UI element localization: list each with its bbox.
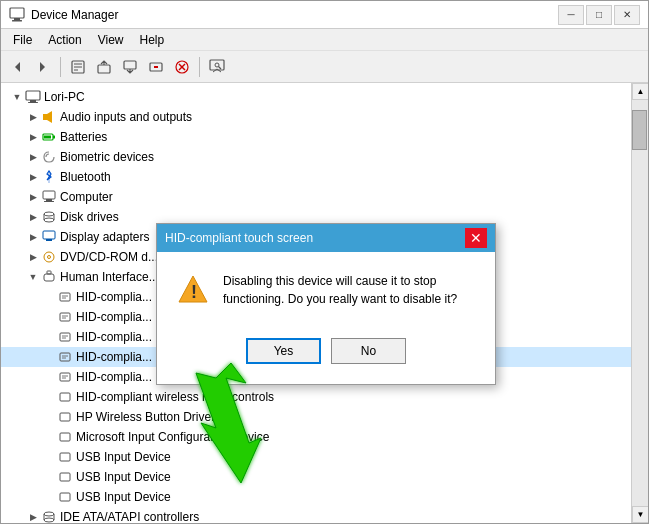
svg-rect-58 (60, 473, 70, 481)
tree-computer[interactable]: ▶ Computer (1, 187, 631, 207)
title-bar-buttons: ─ □ ✕ (558, 5, 640, 25)
hid-5-arrow (41, 369, 57, 385)
biometric-arrow[interactable]: ▶ (25, 149, 41, 165)
dvd-arrow[interactable]: ▶ (25, 249, 41, 265)
disk-icon (41, 209, 57, 225)
hid-root-label: Human Interface... (60, 270, 159, 284)
svg-rect-28 (44, 201, 54, 202)
menu-help[interactable]: Help (132, 31, 173, 49)
hid-2-arrow (41, 309, 57, 325)
hid-1-label: HID-complia... (76, 290, 152, 304)
tree-hp-wireless[interactable]: HP Wireless Button Driver (1, 407, 631, 427)
toolbar-back[interactable] (5, 55, 29, 79)
warning-icon: ! (177, 274, 209, 306)
menu-action[interactable]: Action (40, 31, 89, 49)
toolbar-scan[interactable] (205, 55, 229, 79)
tree-audio[interactable]: ▶ Audio inputs and outputs (1, 107, 631, 127)
root-label: Lori-PC (44, 90, 85, 104)
dvd-icon (41, 249, 57, 265)
svg-marker-21 (47, 111, 52, 123)
batteries-label: Batteries (60, 130, 107, 144)
svg-rect-2 (12, 20, 22, 22)
hid-4-icon (57, 349, 73, 365)
batteries-arrow[interactable]: ▶ (25, 129, 41, 145)
toolbar-sep-1 (60, 57, 61, 77)
toolbar-uninstall[interactable] (170, 55, 194, 79)
content-area: ▼ Lori-PC ▶ Audio inputs and outputs (1, 83, 648, 523)
display-icon (41, 229, 57, 245)
tree-microsoft-input[interactable]: Microsoft Input Configuration Device (1, 427, 631, 447)
tree-usb-2[interactable]: USB Input Device (1, 467, 631, 487)
svg-rect-27 (46, 199, 52, 201)
scrollbar[interactable]: ▲ ▼ (631, 83, 648, 523)
svg-point-30 (44, 212, 54, 216)
yes-button[interactable]: Yes (246, 338, 321, 364)
toolbar-properties[interactable] (66, 55, 90, 79)
usb-1-icon (57, 449, 73, 465)
tree-bluetooth[interactable]: ▶ Bluetooth (1, 167, 631, 187)
modal-title: HID-compliant touch screen (165, 231, 313, 245)
usb-2-icon (57, 469, 73, 485)
menu-view[interactable]: View (90, 31, 132, 49)
usb-1-label: USB Input Device (76, 450, 171, 464)
tree-hid-wireless[interactable]: HID-compliant wireless radio controls (1, 387, 631, 407)
maximize-button[interactable]: □ (586, 5, 612, 25)
modal-dialog: HID-compliant touch screen ✕ ! Disabling… (156, 223, 496, 385)
menu-file[interactable]: File (5, 31, 40, 49)
title-bar: Device Manager ─ □ ✕ (1, 1, 648, 29)
window-title: Device Manager (31, 8, 118, 22)
minimize-button[interactable]: ─ (558, 5, 584, 25)
ide-arrow[interactable]: ▶ (25, 509, 41, 523)
toolbar-rollback[interactable] (118, 55, 142, 79)
tree-root[interactable]: ▼ Lori-PC (1, 87, 631, 107)
computer-arrow[interactable]: ▶ (25, 189, 41, 205)
svg-rect-24 (53, 136, 55, 139)
scroll-track[interactable] (632, 100, 648, 506)
scroll-thumb[interactable] (632, 110, 647, 150)
modal-close-button[interactable]: ✕ (465, 228, 487, 248)
toolbar-forward[interactable] (31, 55, 55, 79)
scroll-up[interactable]: ▲ (632, 83, 648, 100)
tree-ide[interactable]: ▶ IDE ATA/ATAPI controllers (1, 507, 631, 523)
usb-3-icon (57, 489, 73, 505)
svg-rect-55 (60, 413, 70, 421)
disk-arrow[interactable]: ▶ (25, 209, 41, 225)
toolbar-sep-2 (199, 57, 200, 77)
display-arrow[interactable]: ▶ (25, 229, 41, 245)
root-arrow[interactable]: ▼ (9, 89, 25, 105)
bluetooth-arrow[interactable]: ▶ (25, 169, 41, 185)
tree-biometric[interactable]: ▶ Biometric devices (1, 147, 631, 167)
hp-wireless-arrow (41, 409, 57, 425)
tree-usb-3[interactable]: USB Input Device (1, 487, 631, 507)
svg-rect-34 (46, 239, 52, 241)
svg-rect-8 (124, 61, 136, 69)
ide-icon (41, 509, 57, 523)
ide-label: IDE ATA/ATAPI controllers (60, 510, 199, 523)
svg-point-35 (44, 252, 54, 262)
svg-rect-56 (60, 433, 70, 441)
usb-3-arrow (41, 489, 57, 505)
modal-buttons: Yes No (157, 328, 495, 384)
close-button[interactable]: ✕ (614, 5, 640, 25)
svg-rect-18 (30, 100, 36, 102)
audio-arrow[interactable]: ▶ (25, 109, 41, 125)
svg-rect-57 (60, 453, 70, 461)
tree-batteries[interactable]: ▶ Batteries (1, 127, 631, 147)
root-icon (25, 89, 41, 105)
display-label: Display adapters (60, 230, 149, 244)
svg-rect-7 (98, 65, 110, 73)
toolbar-update[interactable] (92, 55, 116, 79)
hp-wireless-label: HP Wireless Button Driver (76, 410, 215, 424)
no-button[interactable]: No (331, 338, 406, 364)
tree-usb-1[interactable]: USB Input Device (1, 447, 631, 467)
scroll-down[interactable]: ▼ (632, 506, 648, 523)
ms-input-arrow (41, 429, 57, 445)
hid-root-arrow[interactable]: ▼ (25, 269, 41, 285)
window-icon (9, 7, 25, 23)
ms-input-label: Microsoft Input Configuration Device (76, 430, 269, 444)
usb-2-arrow (41, 469, 57, 485)
bluetooth-icon (41, 169, 57, 185)
svg-rect-59 (60, 493, 70, 501)
disk-label: Disk drives (60, 210, 119, 224)
toolbar-disable[interactable] (144, 55, 168, 79)
